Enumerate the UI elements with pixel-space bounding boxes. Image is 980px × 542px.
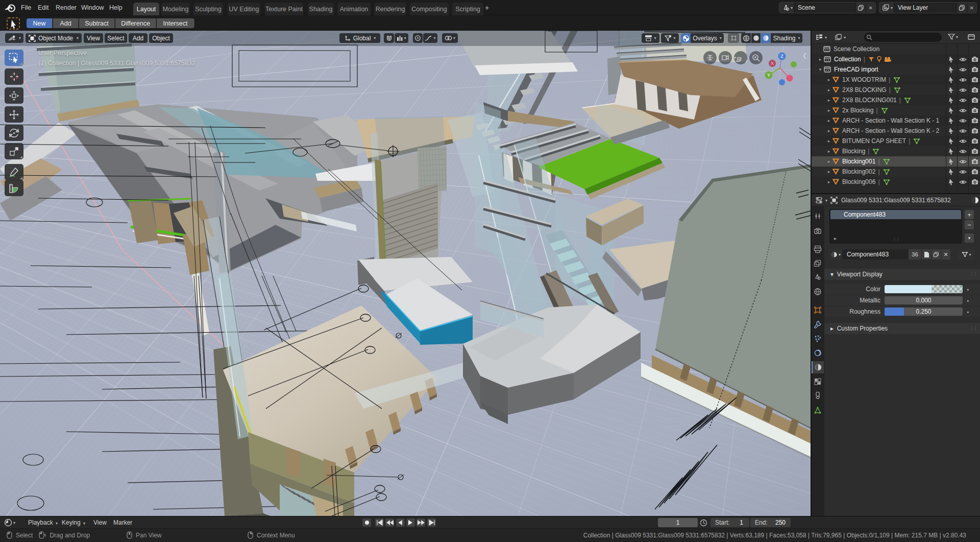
svg-text:Z: Z	[780, 54, 783, 59]
svg-text:Y: Y	[767, 73, 770, 78]
svg-text:X: X	[771, 61, 774, 66]
